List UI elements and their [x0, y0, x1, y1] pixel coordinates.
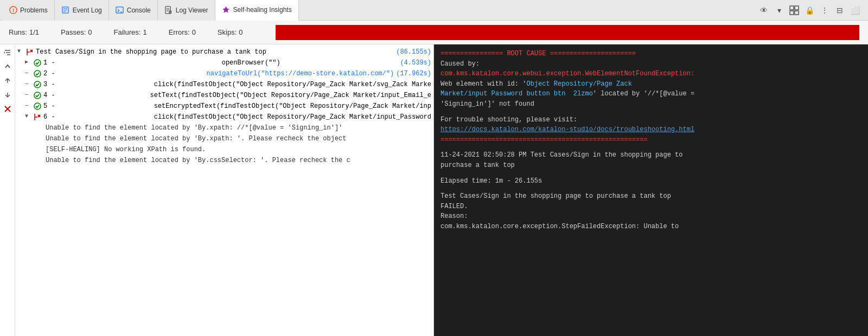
- passes-value: 0: [88, 28, 92, 36]
- error-text-2: Unable to find the element located by 'B…: [43, 134, 347, 144]
- line-elapsed: Elapsed time: 1m - 26.155s: [441, 176, 861, 186]
- svg-rect-16: [790, 11, 794, 15]
- more-button[interactable]: ⋮: [818, 4, 831, 17]
- line-separator-bottom: ========================================…: [441, 135, 861, 145]
- line-empty-4: [441, 186, 861, 191]
- lock-button[interactable]: 🔒: [803, 4, 816, 17]
- item1-time: (4.539s): [400, 58, 431, 68]
- layout-button[interactable]: [788, 4, 801, 17]
- dropdown-button[interactable]: ▾: [773, 4, 786, 17]
- svg-rect-14: [790, 6, 794, 10]
- item4-label: setText(findTestObject("Object Repositor…: [150, 91, 431, 100]
- line-failed: FAILED.: [441, 202, 861, 212]
- svg-text:≡: ≡: [170, 11, 171, 14]
- tab-console-label: Console: [127, 7, 151, 14]
- item6-toggle[interactable]: ▼: [25, 112, 33, 120]
- root-toggle[interactable]: ▼: [17, 47, 25, 55]
- tab-selfhealing-label: Self-healing Insights: [233, 6, 292, 14]
- item6-index: 6 -: [43, 112, 152, 122]
- item2-toggle[interactable]: —: [25, 69, 33, 77]
- tree-area[interactable]: ▼ Test Cases/Sign in the shopping page t…: [15, 44, 433, 336]
- tree-item-6[interactable]: ▼ 6 - click(findTestObject("Object Repos…: [15, 112, 433, 122]
- line-empty-2: [441, 145, 861, 150]
- svg-rect-15: [795, 6, 799, 10]
- tab-eventlog[interactable]: Event Log: [55, 0, 109, 21]
- skips-value: 0: [239, 28, 242, 36]
- errors-value: 0: [192, 28, 196, 36]
- tree-root-row[interactable]: ▼ Test Cases/Sign in the shopping page t…: [15, 47, 433, 57]
- error-row-3: [SELF-HEALING] No working XPath is found…: [15, 144, 433, 155]
- up-btn[interactable]: [2, 61, 14, 73]
- failures-value: 1: [143, 28, 146, 36]
- tree-item-3[interactable]: — 3 - click(findTestObject("Object Repos…: [15, 79, 433, 90]
- tree-item-4[interactable]: — 4 - setText(findTestObject("Object Rep…: [15, 90, 433, 101]
- line-link[interactable]: https://docs.katalon.com/katalon-studio/…: [441, 125, 861, 135]
- tree-item-2[interactable]: — 2 - navigateToUrl("https://demo-store.…: [15, 68, 433, 79]
- item1-status: [33, 58, 42, 68]
- tree-item-5[interactable]: — 5 - setEncryptedText(findTestObject("O…: [15, 101, 433, 112]
- stat-failures: Failures: 1: [114, 28, 147, 36]
- svg-point-32: [34, 81, 41, 88]
- eventlog-icon: [61, 6, 70, 15]
- item5-toggle[interactable]: —: [25, 101, 33, 109]
- item2-index: 2 -: [43, 69, 205, 79]
- line-web-element2: Market/input Password button btn 2lzmo' …: [441, 89, 861, 99]
- tab-console[interactable]: Console: [109, 0, 158, 21]
- tab-selfhealing[interactable]: Self-healing Insights: [215, 0, 299, 21]
- stat-errors: Errors: 0: [169, 28, 196, 36]
- item3-toggle[interactable]: —: [25, 80, 33, 88]
- logviewer-icon: ≡: [164, 6, 173, 15]
- root-label: Test Cases/Sign in the shopping page to …: [36, 47, 394, 57]
- selfhealing-icon: [222, 5, 231, 14]
- console-icon: [116, 6, 124, 15]
- main-content: ▼ Test Cases/Sign in the shopping page t…: [0, 44, 868, 336]
- item4-toggle[interactable]: —: [25, 91, 33, 99]
- svg-point-34: [34, 103, 41, 109]
- item5-index: 5 -: [43, 101, 152, 111]
- line-step-failed: com.kms.katalon.core.exception.StepFaile…: [441, 222, 861, 232]
- item1-label: openBrowser(""): [222, 58, 398, 68]
- problems-icon: !: [9, 6, 17, 15]
- item5-status: [33, 101, 42, 111]
- root-status-icon: [25, 47, 35, 57]
- item2-label: navigateToUrl("https://demo-store.katalo…: [207, 69, 394, 79]
- down-arrow-btn[interactable]: [2, 89, 14, 101]
- skips-label: Skips:: [218, 28, 237, 36]
- line-troubleshoot: For trouble shooting, please visit:: [441, 115, 861, 125]
- error-row-2: Unable to find the element located by 'B…: [15, 133, 427, 144]
- error-text-1: Unable to find the element located by 'B…: [43, 123, 342, 133]
- expand-collapse-btn[interactable]: [2, 47, 14, 59]
- passes-label: Passes:: [61, 28, 86, 36]
- line-web-element: Web element with id: 'Object Repository/…: [441, 79, 861, 89]
- tab-bar-right: 👁 ▾ 🔒 ⋮ ⊟ ⬜: [757, 4, 866, 17]
- item4-index: 4 -: [43, 91, 148, 100]
- item1-index: 1 -: [43, 58, 220, 68]
- right-panel[interactable]: ================ ROOT CAUSE ============…: [434, 44, 868, 336]
- item6-status: [33, 112, 42, 122]
- item5-label: setEncryptedText(findTestObject("Object …: [154, 101, 431, 111]
- root-time: (86.155s): [396, 47, 431, 57]
- eye-button[interactable]: 👁: [757, 4, 770, 17]
- tab-logviewer-label: Log Viewer: [176, 7, 208, 14]
- up-arrow-btn[interactable]: [2, 75, 14, 87]
- clear-btn[interactable]: [2, 103, 14, 115]
- item1-toggle[interactable]: ▶: [25, 58, 33, 66]
- tab-problems[interactable]: ! Problems: [2, 0, 55, 21]
- line-separator-top: ================ ROOT CAUSE ============…: [441, 49, 861, 59]
- svg-point-31: [34, 70, 41, 77]
- tab-logviewer[interactable]: ≡ Log Viewer: [158, 0, 215, 21]
- line-caused-by: Caused by:: [441, 59, 861, 69]
- line-reason: Reason:: [441, 211, 861, 222]
- maximize-button[interactable]: ⬜: [848, 4, 861, 17]
- runs-label: Runs:: [9, 28, 27, 36]
- tree-item-1[interactable]: ▶ 1 - openBrowser("") (4.539s): [15, 57, 433, 68]
- minimize-button[interactable]: ⊟: [833, 4, 846, 17]
- progress-bar-container: [276, 25, 860, 40]
- error-row-4: Unable to find the element located by 'B…: [15, 155, 427, 166]
- tab-bar: ! Problems Event Log Console ≡ Log Viewe…: [0, 0, 868, 21]
- item3-index: 3 -: [43, 80, 152, 89]
- stat-runs: Runs: 1/1: [9, 28, 39, 36]
- item2-time: (17.962s): [396, 69, 431, 79]
- runs-value: 1/1: [29, 28, 39, 36]
- item3-label: click(findTestObject("Object Repository/…: [154, 80, 431, 89]
